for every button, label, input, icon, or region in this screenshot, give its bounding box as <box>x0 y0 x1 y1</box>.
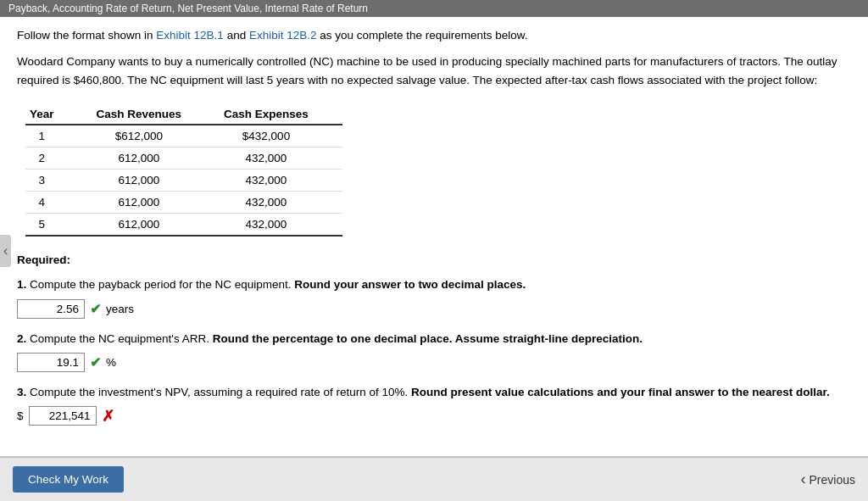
cell-r2-c0: 3 <box>25 170 88 192</box>
question-3-block: 3. Compute the investment's NPV, assumin… <box>17 384 851 426</box>
table-row: 5612,000432,000 <box>25 214 342 237</box>
question-1-answer-row: ✔years <box>17 299 851 319</box>
question-1-input[interactable] <box>17 299 85 319</box>
exhibit-12b2-link[interactable]: Exhibit 12B.2 <box>249 29 317 42</box>
question-3-input[interactable] <box>29 406 97 426</box>
col-revenues-header: Cash Revenues <box>88 104 216 125</box>
intro-paragraph: Follow the format shown in Exhibit 12B.1… <box>17 27 851 44</box>
top-bar: Payback, Accounting Rate of Return, Net … <box>0 0 868 17</box>
cell-r1-c1: 612,000 <box>88 148 216 170</box>
cash-flow-table: Year Cash Revenues Cash Expenses 1$612,0… <box>25 104 342 237</box>
cell-r2-c2: 432,000 <box>215 170 342 192</box>
cell-r3-c2: 432,000 <box>215 192 342 214</box>
question-1-text: 1. Compute the payback period for the NC… <box>17 276 851 293</box>
col-year-header: Year <box>25 104 88 125</box>
required-label: Required: <box>17 253 851 266</box>
table-row: 2612,000432,000 <box>25 148 342 170</box>
col-expenses-header: Cash Expenses <box>215 104 342 125</box>
cell-r0-c0: 1 <box>25 125 88 148</box>
question-2-unit: % <box>106 356 116 369</box>
check-work-button[interactable]: Check My Work <box>13 466 124 493</box>
footer-bar: Check My Work ‹ Previous <box>0 457 868 501</box>
cell-r1-c0: 2 <box>25 148 88 170</box>
cell-r4-c0: 5 <box>25 214 88 237</box>
table-row: 4612,000432,000 <box>25 192 342 214</box>
cell-r3-c1: 612,000 <box>88 192 216 214</box>
question-2-input[interactable] <box>17 353 85 372</box>
cell-r4-c2: 432,000 <box>215 214 342 237</box>
cell-r0-c2: $432,000 <box>215 125 342 148</box>
question-1-unit: years <box>106 303 134 315</box>
table-row: 3612,000432,000 <box>25 170 342 192</box>
main-content: Follow the format shown in Exhibit 12B.1… <box>0 17 868 457</box>
question-2-text: 2. Compute the NC equipment's ARR. Round… <box>17 331 851 348</box>
question-3-text: 3. Compute the investment's NPV, assumin… <box>17 384 851 401</box>
cell-r4-c1: 612,000 <box>88 214 216 237</box>
left-nav-button[interactable]: ‹ <box>0 235 11 267</box>
intro-text-before: Follow the format shown in <box>17 29 156 42</box>
question-2-answer-row: ✔% <box>17 353 851 372</box>
cell-r0-c1: $612,000 <box>88 125 216 148</box>
cell-r3-c0: 4 <box>25 192 88 214</box>
intro-and: and <box>224 29 249 42</box>
top-bar-text: Payback, Accounting Rate of Return, Net … <box>8 3 368 14</box>
previous-label: Previous <box>810 473 855 487</box>
question-3-prefix: $ <box>17 409 24 422</box>
question-3-status-icon: ✗ <box>102 407 114 426</box>
table-row: 1$612,000$432,000 <box>25 125 342 148</box>
question-1-block: 1. Compute the payback period for the NC… <box>17 276 851 318</box>
exhibit-12b1-link[interactable]: Exhibit 12B.1 <box>156 29 224 42</box>
cell-r2-c1: 612,000 <box>88 170 216 192</box>
previous-button[interactable]: ‹ Previous <box>801 470 855 488</box>
questions-container: 1. Compute the payback period for the NC… <box>17 276 851 426</box>
question-2-status-icon: ✔ <box>90 354 101 370</box>
question-2-block: 2. Compute the NC equipment's ARR. Round… <box>17 331 851 372</box>
cell-r1-c2: 432,000 <box>215 148 342 170</box>
chevron-left-icon: ‹ <box>801 470 806 488</box>
question-1-status-icon: ✔ <box>90 301 101 317</box>
question-3-answer-row: $✗ <box>17 406 851 426</box>
intro-text-after: as you complete the requirements below. <box>316 29 527 42</box>
body-paragraph: Woodard Company wants to buy a numerical… <box>17 53 851 89</box>
